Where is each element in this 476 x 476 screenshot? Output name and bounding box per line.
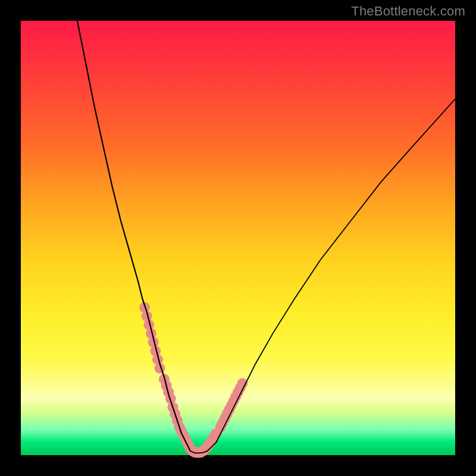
gradient-plot-area [21,21,455,455]
highlight-dots-layer [139,302,248,458]
left-branch-curve [77,21,190,451]
curve-svg [21,21,455,455]
chart-frame: TheBottleneck.com [0,0,476,476]
watermark-label: TheBottleneck.com [351,4,465,19]
